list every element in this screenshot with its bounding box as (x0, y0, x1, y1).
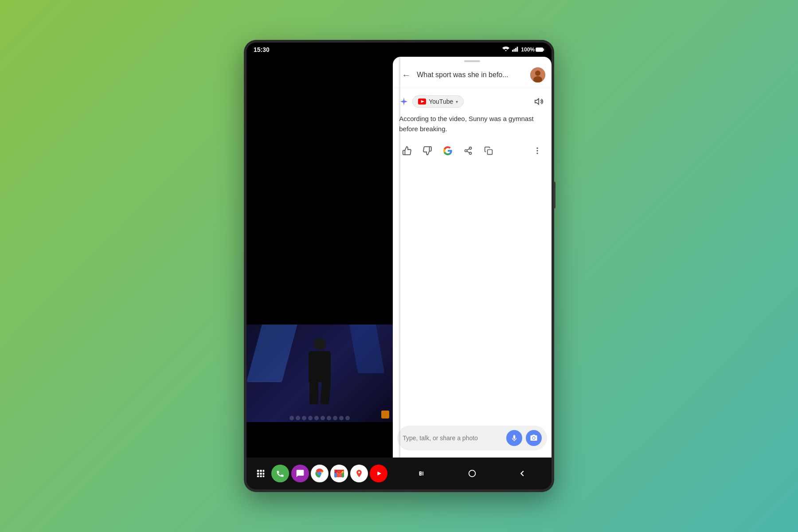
audience-head (296, 416, 300, 420)
svg-marker-11 (535, 99, 539, 105)
svg-rect-40 (419, 471, 420, 475)
svg-point-20 (536, 153, 538, 154)
dock-messages-app[interactable] (291, 465, 309, 482)
bottom-nav (246, 458, 552, 489)
battery-icon: 100% (521, 47, 544, 53)
svg-rect-27 (257, 476, 259, 477)
source-badge: YouTube ▾ (399, 95, 464, 108)
google-search-button[interactable] (440, 143, 456, 159)
svg-marker-33 (377, 472, 381, 476)
power-button[interactable] (554, 182, 555, 208)
copy-button[interactable] (481, 143, 497, 159)
audience-head (345, 416, 350, 420)
svg-point-30 (318, 472, 321, 475)
screen-content: ← What sport was she in befo... (246, 57, 552, 458)
share-button[interactable] (460, 143, 476, 159)
svg-point-12 (469, 147, 472, 149)
svg-rect-21 (257, 470, 259, 472)
orange-accent (381, 411, 389, 419)
stage-light-left (246, 325, 300, 382)
mic-button[interactable] (506, 430, 522, 446)
speaker-button[interactable] (533, 95, 545, 108)
audience-head (314, 416, 319, 420)
back-arrow-icon: ← (402, 70, 411, 80)
device-screen: 15:30 (246, 43, 552, 489)
svg-line-15 (467, 151, 469, 153)
right-panel-response: ← What sport was she in befo... (393, 57, 552, 458)
youtube-label: YouTube (429, 98, 453, 105)
svg-rect-26 (263, 473, 265, 475)
dock-youtube-app[interactable] (370, 465, 387, 482)
status-bar: 15:30 (246, 43, 552, 57)
thumbs-down-button[interactable] (419, 143, 435, 159)
camera-button[interactable] (526, 430, 542, 446)
svg-rect-29 (263, 476, 265, 477)
back-button[interactable]: ← (399, 68, 413, 82)
dock-maps-app[interactable] (350, 465, 368, 482)
source-row: YouTube ▾ (399, 95, 545, 108)
person-silhouette (302, 338, 337, 409)
avatar-image (530, 67, 545, 82)
header-title: What sport was she in befo... (417, 71, 527, 79)
app-dock (246, 465, 393, 482)
svg-point-7 (535, 70, 540, 76)
chevron-down-icon: ▾ (456, 99, 458, 104)
audience-head (302, 416, 306, 420)
svg-rect-1 (514, 49, 515, 51)
video-area[interactable] (246, 325, 393, 422)
audience-head (321, 416, 325, 420)
audience-head (327, 416, 331, 420)
thumbs-up-button[interactable] (399, 143, 415, 159)
signal-icon (512, 47, 518, 53)
status-icons: 100% (502, 47, 544, 53)
person-body (309, 351, 331, 382)
svg-rect-3 (517, 47, 518, 51)
panel-header: ← What sport was she in befo... (393, 62, 552, 88)
svg-rect-42 (422, 471, 423, 475)
youtube-source-pill[interactable]: YouTube ▾ (412, 95, 464, 108)
gemini-icon (399, 97, 409, 106)
audience-head (289, 416, 294, 420)
status-time: 15:30 (254, 46, 270, 53)
svg-rect-41 (421, 471, 422, 475)
svg-rect-28 (260, 476, 262, 477)
left-panel-video (246, 57, 393, 458)
home-button[interactable] (465, 466, 479, 481)
svg-rect-4 (536, 48, 543, 51)
device-frame: 15:30 (244, 40, 554, 492)
svg-rect-17 (488, 150, 493, 155)
svg-rect-0 (512, 50, 513, 51)
action-row (399, 143, 545, 159)
svg-point-13 (465, 150, 467, 152)
svg-point-32 (358, 471, 360, 473)
wifi-icon (502, 47, 509, 53)
svg-point-43 (469, 470, 476, 477)
input-bar (393, 421, 552, 458)
response-content: YouTube ▾ (393, 88, 552, 421)
chat-input[interactable] (403, 434, 503, 442)
audience-head (308, 416, 313, 420)
input-container (397, 426, 547, 450)
dock-chrome-app[interactable] (311, 465, 329, 482)
person-leg-left (309, 382, 318, 404)
svg-point-19 (536, 150, 538, 151)
svg-rect-5 (544, 49, 544, 51)
svg-point-14 (469, 152, 472, 154)
svg-rect-23 (263, 470, 265, 472)
stage-light-right (348, 325, 385, 373)
more-options-button[interactable] (529, 143, 545, 159)
svg-line-16 (467, 149, 469, 150)
dock-gmail-app[interactable] (330, 465, 348, 482)
system-back-button[interactable] (515, 466, 529, 481)
svg-rect-24 (257, 473, 259, 475)
recent-apps-button[interactable] (415, 466, 430, 481)
avatar (530, 67, 545, 82)
nav-buttons (393, 466, 552, 481)
audience-head (339, 416, 344, 420)
svg-rect-22 (260, 470, 262, 472)
svg-point-18 (536, 148, 538, 149)
audience-head (333, 416, 337, 420)
dock-phone-app[interactable] (271, 465, 289, 482)
person-leg-right (320, 382, 331, 405)
app-drawer-button[interactable] (252, 465, 270, 482)
